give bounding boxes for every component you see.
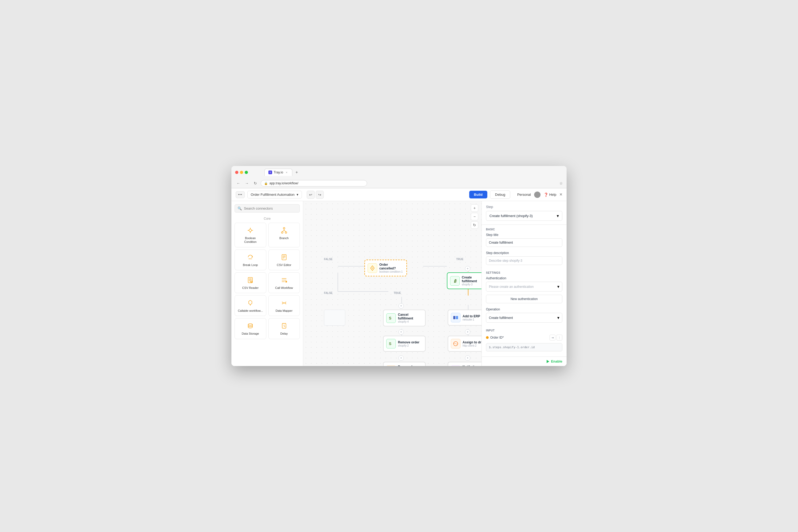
add-erp-node[interactable]: Add to ERP netsuite-1 [448, 310, 481, 326]
connector-csv-reader[interactable]: CSV Reader [234, 272, 266, 293]
branch-label-text: Branch [279, 236, 289, 240]
zoom-in-btn[interactable]: + [471, 204, 478, 212]
add-erp-card[interactable]: Add to ERP netsuite-1 [448, 310, 481, 326]
remove-delivery-title: Remove from delivery [398, 365, 422, 366]
address-bar[interactable]: 🔒 app.tray.io/workflow/ [261, 180, 367, 187]
netsuite-icon [451, 313, 460, 322]
remove-order-card[interactable]: S Remove order shopify-2 [383, 336, 425, 352]
cancel-fulfillment-node[interactable]: S Cancel fulfillment shopify-4 [383, 310, 425, 326]
connector-csv-editor[interactable]: CSV Editor [268, 249, 300, 270]
add-btn-notify-above[interactable]: + [465, 355, 470, 361]
notify-orders-card[interactable]: Notify #new-orders slack-1 [448, 362, 481, 366]
enable-btn[interactable]: Enable [547, 359, 562, 363]
remove-delivery-node[interactable]: Remove from delivery http-client-4 [383, 362, 425, 366]
input-actions: ⇥ ⋮ [550, 335, 562, 341]
canvas-refresh-btn[interactable]: ↻ [471, 221, 478, 229]
add-btn-above-create[interactable]: + [465, 266, 470, 271]
zoom-out-btn[interactable]: − [471, 213, 478, 220]
debug-btn[interactable]: Debug [490, 190, 510, 199]
connector-data-storage[interactable]: Data Storage [234, 318, 266, 339]
maximize-traffic-light[interactable] [245, 171, 248, 174]
step-title-input[interactable] [486, 238, 562, 247]
more-dots: ••• [238, 193, 242, 196]
toolbar-right: Personal ❓ Help × [517, 191, 562, 198]
help-btn[interactable]: ❓ Help [544, 193, 556, 197]
notify-orders-node[interactable]: Notify #new-orders slack-1 [448, 362, 481, 366]
create-fulfillment-card[interactable]: S Create fulfillment shopify-3 [447, 272, 481, 289]
minimize-traffic-light[interactable] [240, 171, 243, 174]
close-traffic-light[interactable] [235, 171, 238, 174]
callable-workflow-icon [246, 299, 254, 307]
panel-header: Step Create fulfillment (shopify-3) ▾ [482, 201, 567, 225]
condition-node[interactable]: Order cancelled? boolean-condition-1 [364, 260, 407, 277]
break-loop-label: Break Loop [243, 263, 258, 267]
search-input[interactable] [244, 206, 297, 210]
assign-driver-node[interactable]: Assign to driver http-client-2 [448, 336, 481, 352]
more-options-btn[interactable]: ••• [236, 191, 245, 198]
close-window-btn[interactable]: × [559, 192, 562, 197]
new-tab-btn[interactable]: + [293, 169, 300, 175]
input-more-btn[interactable]: ⋮ [556, 335, 562, 341]
create-fulfillment-node[interactable]: S Create fulfillment shopify-3 [447, 272, 481, 289]
right-panel: Step Create fulfillment (shopify-3) ▾ BA… [481, 201, 567, 366]
nav-back-btn[interactable]: ← [235, 180, 242, 187]
remove-delivery-text: Remove from delivery http-client-4 [398, 365, 422, 366]
branch-icon [280, 226, 288, 234]
basic-section-label: BASIC [482, 225, 567, 232]
delay-icon [280, 322, 288, 330]
browser-tab[interactable]: T Tray.io × [264, 169, 292, 176]
svg-point-2 [285, 232, 287, 233]
step-selector[interactable]: Create fulfillment (shopify-3) ▾ [486, 211, 562, 221]
step-title-label: Step title [486, 233, 562, 237]
true-branch-label: TRUE [394, 291, 401, 294]
connector-break-loop[interactable]: Break Loop [234, 249, 266, 270]
build-btn[interactable]: Build [469, 191, 488, 198]
step-desc-input[interactable] [486, 256, 562, 265]
remove-order-node[interactable]: S Remove order shopify-2 [383, 336, 425, 352]
condition-node-card[interactable]: Order cancelled? boolean-condition-1 [364, 260, 407, 277]
connector-boolean-condition[interactable]: BooleanCondition [234, 223, 266, 247]
new-auth-btn[interactable]: New authentication [486, 295, 562, 303]
redo-btn[interactable]: ↪ [316, 191, 324, 199]
operation-select[interactable]: Create fulfillment ▾ [486, 313, 562, 323]
auth-select[interactable]: Please create an authentication ▾ [486, 282, 562, 291]
browser-chrome: T Tray.io × + ← → ↻ 🔒 app.tray.io/workfl… [231, 166, 567, 188]
search-box[interactable]: 🔍 [234, 204, 300, 212]
cancel-fulfillment-card[interactable]: S Cancel fulfillment shopify-4 [383, 310, 425, 326]
notify-orders-text: Notify #new-orders slack-1 [462, 365, 481, 366]
data-storage-icon [246, 322, 254, 330]
settings-section-label: SETTINGS [482, 268, 567, 275]
slack-icon [451, 365, 460, 366]
browser-window: T Tray.io × + ← → ↻ 🔒 app.tray.io/workfl… [231, 166, 567, 366]
workflow-canvas[interactable]: + − ↻ [303, 201, 481, 366]
svg-rect-3 [282, 254, 286, 260]
add-btn-remove-order-above[interactable]: + [398, 329, 404, 335]
connector-call-workflow[interactable]: Call Workflow [268, 272, 300, 293]
csv-editor-icon [280, 253, 288, 262]
sidebar-section-label: Core [231, 216, 303, 223]
nav-refresh-btn[interactable]: ↻ [252, 180, 259, 187]
connector-data-mapper[interactable]: Data Mapper [268, 295, 300, 316]
add-btn-assign-driver-above[interactable]: + [465, 329, 470, 335]
nav-forward-btn[interactable]: → [244, 180, 250, 187]
add-btn-remove-delivery-above[interactable]: + [398, 355, 404, 361]
assign-driver-card[interactable]: Assign to driver http-client-2 [448, 336, 481, 352]
shopify-icon-create: S [450, 276, 460, 286]
undo-btn[interactable]: ↩ [307, 191, 315, 199]
help-label: Help [549, 193, 556, 196]
bookmark-btn[interactable]: ☆ [559, 181, 563, 185]
user-avatar[interactable] [534, 191, 540, 198]
remove-delivery-card[interactable]: Remove from delivery http-client-4 [383, 362, 425, 366]
svg-rect-23 [456, 316, 458, 319]
tab-close-btn[interactable]: × [285, 171, 288, 174]
browser-titlebar: T Tray.io × + [231, 166, 567, 178]
canvas-controls: + − ↻ [471, 204, 478, 229]
shopify-icon-remove: S [386, 339, 396, 348]
connector-delay[interactable]: Delay [268, 318, 300, 339]
add-btn-cancel-above[interactable]: + [398, 303, 404, 308]
data-storage-label: Data Storage [242, 332, 259, 336]
connector-branch[interactable]: Branch [268, 223, 300, 247]
workflow-name-selector[interactable]: Order Fulfillment Automation ▾ [247, 191, 302, 198]
input-mapping-btn[interactable]: ⇥ [550, 335, 555, 341]
connector-callable-workflow[interactable]: Callable workflow... [234, 295, 266, 316]
